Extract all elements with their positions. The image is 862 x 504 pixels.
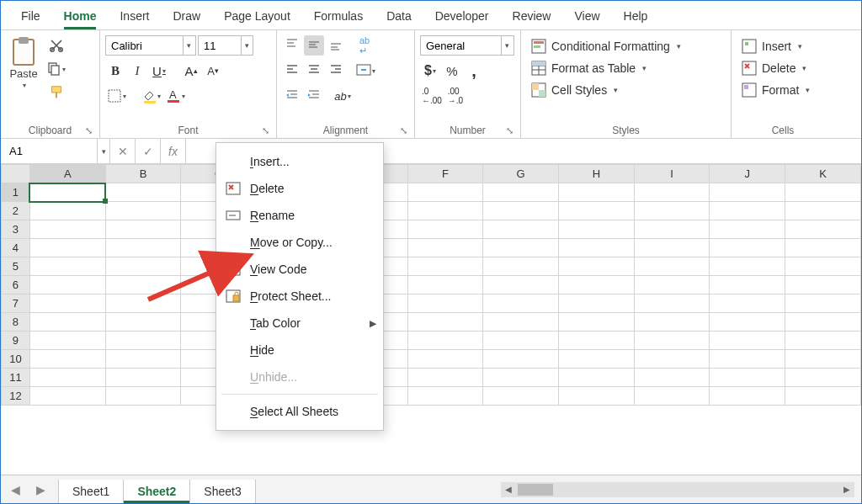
number-format-combo[interactable]: ▾ [420,35,514,56]
align-right-button[interactable] [326,61,346,81]
cell[interactable] [785,202,861,220]
wrap-text-button[interactable]: ab↵ [354,35,375,56]
increase-decimal-button[interactable]: .0←.00 [420,86,444,106]
cell[interactable] [483,369,559,387]
row-header[interactable]: 3 [2,220,30,239]
merge-center-button[interactable]: ▾ [354,61,377,81]
cell[interactable] [634,239,710,257]
menu-view[interactable]: View [562,4,611,29]
cell[interactable] [559,387,635,406]
cell[interactable] [483,220,559,239]
cell[interactable] [29,294,105,313]
cell[interactable] [634,350,710,369]
cell[interactable] [407,183,483,202]
cell[interactable] [710,313,785,332]
decrease-font-button[interactable]: A▾ [203,61,223,81]
scrollbar-thumb[interactable] [518,484,553,496]
align-center-button[interactable] [304,61,324,81]
cell[interactable] [634,369,710,387]
horizontal-scrollbar[interactable]: ◀ ▶ [255,482,861,497]
cell[interactable] [634,332,710,350]
dialog-launcher-icon[interactable]: ⤡ [400,125,407,136]
cell[interactable] [785,276,861,294]
cell[interactable] [710,220,785,239]
enter-formula-button[interactable]: ✓ [136,139,161,163]
cell[interactable] [483,294,559,313]
context-protect-sheet[interactable]: Protect Sheet... [216,283,383,310]
increase-indent-button[interactable] [304,86,324,106]
cell[interactable] [29,220,105,239]
font-name-combo[interactable]: ▾ [105,35,196,56]
menu-data[interactable]: Data [375,4,423,29]
italic-button[interactable]: I [127,61,147,81]
row-header[interactable]: 8 [2,313,30,332]
cell[interactable] [105,220,181,239]
format-cells-button[interactable]: Format▾ [737,81,815,99]
sheet-tab[interactable]: Sheet2 [123,480,190,503]
decrease-decimal-button[interactable]: .00→.0 [445,86,466,106]
cell[interactable] [785,257,861,276]
dialog-launcher-icon[interactable]: ⤡ [85,125,93,136]
cell[interactable] [29,202,105,220]
cell[interactable] [407,202,483,220]
sheet-tab[interactable]: Sheet3 [189,480,255,503]
column-header[interactable]: G [483,165,559,183]
row-header[interactable]: 11 [2,369,30,387]
select-all-cell[interactable] [2,165,30,183]
column-header[interactable]: B [105,165,181,183]
cell[interactable] [559,220,635,239]
cell[interactable] [634,183,710,202]
menu-home[interactable]: Home [52,4,109,29]
cut-button[interactable] [45,35,67,56]
cell[interactable] [785,183,861,202]
accounting-format-button[interactable]: $▾ [420,61,440,81]
cell[interactable] [483,313,559,332]
context-hide[interactable]: Hide [216,337,383,363]
cell[interactable] [785,332,861,350]
conditional-formatting-button[interactable]: Conditional Formatting▾ [526,37,686,56]
dialog-launcher-icon[interactable]: ⤡ [262,125,269,136]
context-insert[interactable]: Insert... [216,148,383,175]
cell[interactable] [710,257,785,276]
cell[interactable] [710,387,785,406]
cell[interactable] [29,369,105,387]
row-header[interactable]: 5 [2,257,30,276]
cell[interactable] [407,369,483,387]
borders-button[interactable]: ▾ [105,86,128,106]
cell[interactable] [559,332,635,350]
column-header[interactable]: F [407,165,483,183]
cell[interactable] [105,369,181,387]
cell[interactable] [559,239,635,257]
format-as-table-button[interactable]: Format as Table▾ [526,59,652,77]
cell[interactable] [29,257,105,276]
paste-button[interactable]: Paste ▾ [6,34,41,93]
cell[interactable] [29,183,105,202]
decrease-indent-button[interactable] [282,86,302,106]
cell[interactable] [559,257,635,276]
row-header[interactable]: 10 [2,350,30,369]
delete-cells-button[interactable]: Delete▾ [737,59,811,77]
dialog-launcher-icon[interactable]: ⤡ [506,125,513,136]
cell[interactable] [105,239,181,257]
align-top-button[interactable] [282,35,302,56]
chevron-down-icon[interactable]: ▾ [97,139,110,163]
chevron-down-icon[interactable]: ▾ [501,36,513,55]
cell[interactable] [29,350,105,369]
cell[interactable] [559,202,635,220]
increase-font-button[interactable]: A▴ [181,61,201,81]
name-box[interactable]: ▾ [1,139,110,163]
cell[interactable] [785,313,861,332]
cell[interactable] [407,294,483,313]
cell[interactable] [105,276,181,294]
row-header[interactable]: 6 [2,276,30,294]
cell[interactable] [710,332,785,350]
chevron-down-icon[interactable]: ▾ [183,36,195,55]
sheet-tab[interactable]: Sheet1 [58,480,124,503]
cell[interactable] [483,276,559,294]
percent-button[interactable]: % [442,61,462,81]
column-header[interactable]: H [559,165,635,183]
cell[interactable] [483,257,559,276]
cell[interactable] [559,350,635,369]
row-header[interactable]: 2 [2,202,30,220]
context-move-or-copy[interactable]: Move or Copy... [216,229,383,256]
